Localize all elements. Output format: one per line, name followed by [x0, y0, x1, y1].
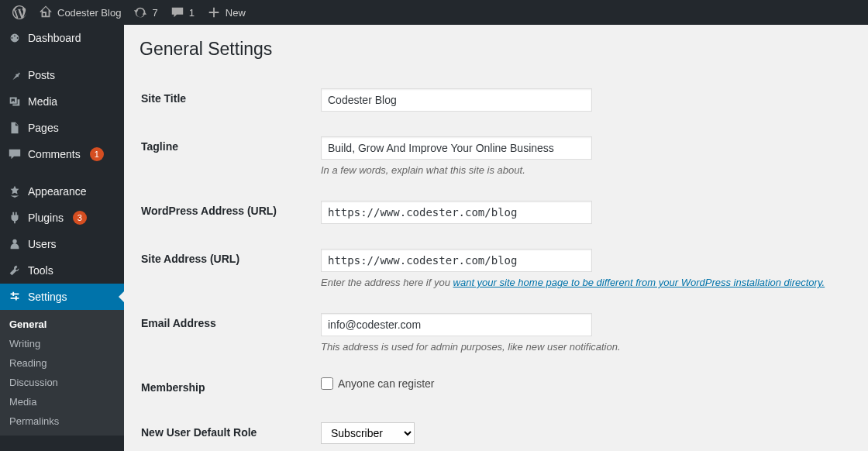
pages-icon — [8, 121, 22, 135]
sidebar-item-label: Plugins — [28, 212, 64, 224]
new-label: New — [226, 7, 246, 19]
updates-link[interactable]: 7 — [127, 0, 164, 25]
plus-icon — [207, 5, 221, 19]
wp-url-input[interactable] — [321, 201, 592, 224]
comments-count: 1 — [189, 7, 195, 19]
tools-icon — [8, 263, 22, 277]
sidebar-item-pages[interactable]: Pages — [0, 115, 124, 141]
site-title-input[interactable] — [321, 88, 592, 112]
sidebar-item-label: Media — [28, 95, 57, 108]
email-description: This address is used for admin purposes,… — [321, 341, 843, 353]
settings-submenu: GeneralWritingReadingDiscussionMediaPerm… — [0, 310, 124, 436]
comment-icon — [8, 147, 22, 161]
sidebar-item-label: Appearance — [28, 185, 87, 198]
dashboard-icon — [8, 31, 22, 45]
comments-link[interactable]: 1 — [164, 0, 201, 25]
membership-label: Membership — [141, 366, 312, 409]
home-icon — [39, 5, 53, 19]
users-icon — [8, 237, 22, 251]
refresh-icon — [133, 5, 147, 19]
page-title: General Settings — [140, 39, 852, 60]
default-role-label: New User Default Role — [141, 411, 312, 451]
sidebar-item-media[interactable]: Media — [0, 88, 124, 115]
site-url-description: Enter the address here if you want your … — [321, 277, 843, 288]
tagline-input[interactable] — [321, 136, 592, 160]
membership-checkbox[interactable] — [321, 377, 333, 390]
appearance-icon — [8, 184, 22, 198]
submenu-item-general[interactable]: General — [0, 315, 124, 334]
sidebar-item-label: Users — [28, 238, 57, 250]
plugin-icon — [8, 211, 22, 225]
sidebar-item-label: Dashboard — [28, 32, 81, 44]
site-title-label: Site Title — [141, 77, 312, 123]
sidebar-item-posts[interactable]: Posts — [0, 62, 124, 88]
sidebar-item-appearance[interactable]: Appearance — [0, 178, 124, 205]
site-url-label: Site Address (URL) — [141, 237, 312, 300]
submenu-item-discussion[interactable]: Discussion — [0, 373, 124, 392]
email-input[interactable] — [321, 313, 592, 336]
sidebar-item-comments[interactable]: Comments1 — [0, 141, 124, 167]
wordpress-icon — [12, 5, 26, 19]
new-content-link[interactable]: New — [201, 0, 252, 25]
submenu-item-media[interactable]: Media — [0, 392, 124, 411]
submenu-item-writing[interactable]: Writing — [0, 334, 124, 353]
sidebar-item-users[interactable]: Users — [0, 231, 124, 257]
wp-logo[interactable] — [6, 0, 33, 25]
admin-sidebar: DashboardPostsMediaPagesComments1Appeara… — [0, 25, 124, 451]
default-role-select[interactable]: Subscriber — [321, 422, 415, 444]
site-url-input[interactable] — [321, 249, 592, 272]
sidebar-item-tools[interactable]: Tools — [0, 257, 124, 284]
updates-count: 7 — [152, 7, 157, 19]
sidebar-item-label: Comments — [28, 148, 81, 160]
site-name-link[interactable]: Codester Blog — [33, 0, 127, 25]
sidebar-badge: 3 — [73, 211, 87, 225]
media-icon — [8, 95, 22, 108]
sidebar-badge: 1 — [90, 147, 104, 161]
admin-toolbar: Codester Blog 7 1 New — [0, 0, 868, 25]
sidebar-item-label: Settings — [28, 291, 67, 303]
sidebar-item-dashboard[interactable]: Dashboard — [0, 25, 124, 51]
sidebar-item-label: Posts — [28, 69, 55, 81]
sidebar-item-settings[interactable]: Settings — [0, 284, 124, 310]
settings-icon — [8, 290, 22, 304]
membership-checkbox-label[interactable]: Anyone can register — [321, 377, 843, 390]
submenu-item-permalinks[interactable]: Permalinks — [0, 411, 124, 431]
wp-url-label: WordPress Address (URL) — [141, 189, 312, 236]
comment-icon — [170, 5, 184, 19]
sidebar-item-plugins[interactable]: Plugins3 — [0, 205, 124, 231]
pin-icon — [8, 68, 22, 82]
sidebar-item-label: Tools — [28, 264, 53, 277]
site-name-text: Codester Blog — [57, 7, 121, 19]
email-label: Email Address — [141, 301, 312, 364]
tagline-label: Tagline — [141, 125, 312, 188]
site-url-help-link[interactable]: want your site home page to be different… — [453, 277, 825, 288]
sidebar-item-label: Pages — [28, 122, 59, 134]
main-content: General Settings Site Title Tagline In a… — [124, 25, 868, 451]
tagline-description: In a few words, explain what this site i… — [321, 164, 843, 176]
submenu-item-reading[interactable]: Reading — [0, 353, 124, 373]
